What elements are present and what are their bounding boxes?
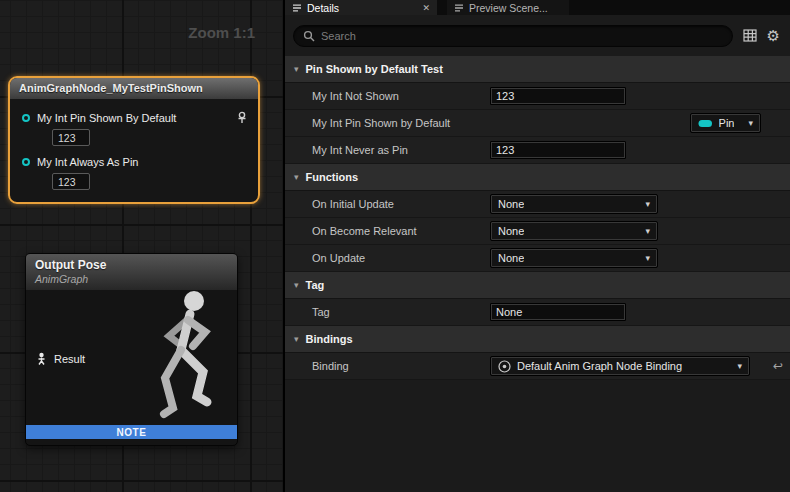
- node-title[interactable]: AnimGraphNode_MyTestPinShown: [10, 78, 258, 99]
- binding-dropdown[interactable]: Default Anim Graph Node Binding ▾: [490, 356, 750, 376]
- chevron-down-icon: ▾: [637, 200, 650, 209]
- table-row: On Become Relevant None ▾: [285, 218, 790, 245]
- int-pin-icon[interactable]: [22, 158, 30, 166]
- pin-row: My Int Always As Pin: [10, 146, 258, 168]
- search-icon: [303, 30, 315, 42]
- chevron-down-icon: ▾: [729, 362, 742, 371]
- property-label: My Int Not Shown: [285, 90, 490, 102]
- preview-scene-tab-icon: [454, 3, 464, 13]
- table-row: Binding Default Anim Graph Node Binding …: [285, 353, 790, 380]
- my-int-not-shown-input[interactable]: [490, 87, 626, 105]
- pin-default-value-field[interactable]: 123: [52, 129, 90, 146]
- pose-pin-icon: [35, 352, 48, 365]
- reset-to-default-icon[interactable]: ↩: [773, 360, 783, 372]
- pin-label: My Int Pin Shown By Default: [37, 112, 176, 124]
- gear-icon[interactable]: ⚙: [767, 28, 780, 43]
- unpin-icon[interactable]: [236, 111, 248, 124]
- section-header-pin-shown-by-default-test[interactable]: ▾ Pin Shown by Default Test: [285, 56, 790, 83]
- chevron-down-icon: ▾: [294, 65, 299, 74]
- pin-label: My Int Always As Pin: [37, 156, 138, 168]
- binding-icon: [498, 360, 511, 373]
- note-banner[interactable]: NOTE: [26, 425, 237, 439]
- node-body: My Int Pin Shown By Default 123 My Int A…: [10, 99, 258, 202]
- details-tab-icon: [292, 3, 302, 13]
- property-label: On Initial Update: [285, 198, 490, 210]
- property-label: On Become Relevant: [285, 225, 490, 237]
- pin-icon: [698, 119, 713, 128]
- table-row: Tag: [285, 299, 790, 326]
- tab-preview-scene[interactable]: Preview Scene...: [447, 0, 569, 15]
- table-row: My Int Pin Shown by Default Pin ▾: [285, 110, 790, 137]
- close-icon[interactable]: ✕: [422, 3, 430, 13]
- on-initial-update-dropdown[interactable]: None ▾: [490, 194, 658, 214]
- property-label: My Int Never as Pin: [285, 144, 490, 156]
- property-label: Binding: [285, 360, 490, 372]
- tab-label: Preview Scene...: [469, 2, 548, 14]
- on-update-dropdown[interactable]: None ▾: [490, 248, 658, 268]
- mannequin-figure: [127, 284, 235, 436]
- property-matrix-icon[interactable]: [743, 29, 757, 42]
- pin-visibility-dropdown[interactable]: Pin ▾: [690, 113, 761, 133]
- pin-row: My Int Pin Shown By Default: [10, 101, 258, 124]
- search-box[interactable]: [293, 25, 733, 47]
- table-row: On Initial Update None ▾: [285, 191, 790, 218]
- details-panel: Details ✕ Preview Scene... ⚙: [285, 0, 790, 492]
- chevron-down-icon: ▾: [740, 119, 753, 128]
- my-int-never-as-pin-input[interactable]: [490, 141, 626, 159]
- details-empty-area: [285, 380, 790, 492]
- section-header-bindings[interactable]: ▾ Bindings: [285, 326, 790, 353]
- result-pin[interactable]: Result: [35, 352, 85, 365]
- chevron-down-icon: ▾: [294, 281, 299, 290]
- on-become-relevant-dropdown[interactable]: None ▾: [490, 221, 658, 241]
- property-label: My Int Pin Shown by Default: [285, 117, 490, 129]
- chevron-down-icon: ▾: [294, 173, 299, 182]
- details-toolbar: ⚙: [285, 15, 790, 56]
- pin-default-value-field[interactable]: 123: [52, 173, 90, 190]
- output-pose-node[interactable]: Output Pose AnimGraph: [25, 253, 238, 446]
- property-label: On Update: [285, 252, 490, 264]
- table-row: On Update None ▾: [285, 245, 790, 272]
- app-window: Zoom 1:1 AnimGraphNode_MyTestPinShown My…: [0, 0, 790, 492]
- anim-graph-canvas[interactable]: Zoom 1:1 AnimGraphNode_MyTestPinShown My…: [0, 0, 285, 492]
- tab-label: Details: [307, 2, 339, 14]
- node-title: Output Pose: [35, 258, 228, 272]
- section-header-tag[interactable]: ▾ Tag: [285, 272, 790, 299]
- tab-details[interactable]: Details ✕: [285, 0, 437, 15]
- chevron-down-icon: ▾: [637, 254, 650, 263]
- section-header-functions[interactable]: ▾ Functions: [285, 164, 790, 191]
- search-input[interactable]: [321, 30, 723, 42]
- table-row: My Int Never as Pin: [285, 137, 790, 164]
- chevron-down-icon: ▾: [294, 335, 299, 344]
- table-row: My Int Not Shown: [285, 83, 790, 110]
- chevron-down-icon: ▾: [637, 227, 650, 236]
- tag-input[interactable]: [490, 303, 626, 321]
- anim-graph-node-mytestpinshown[interactable]: AnimGraphNode_MyTestPinShown My Int Pin …: [8, 76, 260, 204]
- int-pin-icon[interactable]: [22, 114, 30, 122]
- result-pin-label: Result: [54, 353, 85, 365]
- tab-bar: Details ✕ Preview Scene...: [285, 0, 790, 15]
- property-label: Tag: [285, 306, 490, 318]
- zoom-level-label: Zoom 1:1: [188, 24, 255, 41]
